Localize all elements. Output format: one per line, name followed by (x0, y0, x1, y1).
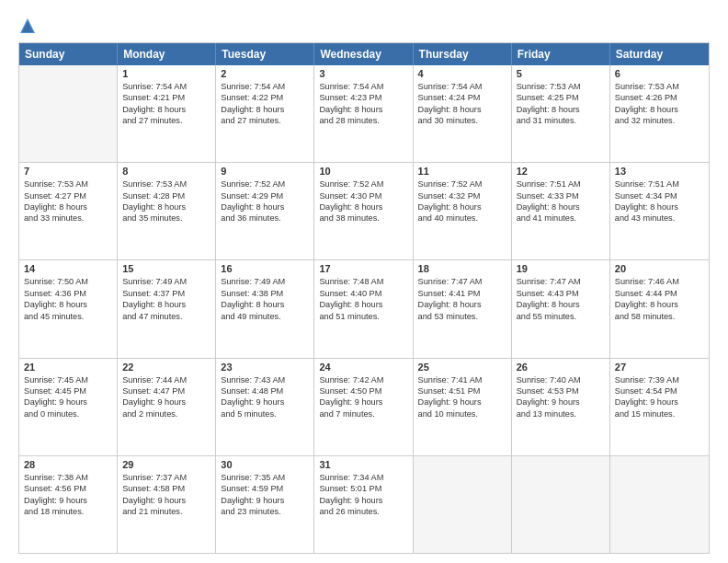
cal-cell: 27Sunrise: 7:39 AMSunset: 4:54 PMDayligh… (610, 359, 709, 455)
sunset-text: Sunset: 4:54 PM (615, 385, 704, 396)
cal-cell (19, 65, 118, 162)
day-number: 10 (319, 166, 407, 177)
daylight-text: Daylight: 8 hours (615, 201, 704, 213)
page-header (18, 17, 710, 35)
sunset-text: Sunset: 4:37 PM (122, 288, 210, 299)
day-number: 29 (122, 459, 210, 470)
cal-cell: 7Sunrise: 7:53 AMSunset: 4:27 PMDaylight… (19, 163, 118, 259)
daylight-text: Daylight: 8 hours (24, 299, 112, 310)
sunset-text: Sunset: 4:27 PM (24, 190, 112, 201)
sunset-text: Sunset: 4:36 PM (24, 288, 112, 299)
sunset-text: Sunset: 4:44 PM (615, 288, 704, 299)
cal-header-tuesday: Tuesday (216, 43, 314, 65)
cal-cell (610, 456, 709, 553)
sunset-text: Sunset: 5:01 PM (319, 483, 407, 494)
daylight-text: Daylight: 9 hours (122, 396, 210, 408)
daylight-text: Daylight: 8 hours (319, 299, 407, 310)
sunrise-text: Sunrise: 7:40 AM (517, 374, 605, 385)
cal-cell: 31Sunrise: 7:34 AMSunset: 5:01 PMDayligh… (314, 456, 413, 553)
day-number: 20 (615, 263, 704, 274)
daylight-text-2: and 5 minutes. (221, 408, 309, 419)
daylight-text: Daylight: 8 hours (615, 104, 704, 115)
daylight-text-2: and 21 minutes. (122, 506, 210, 517)
daylight-text: Daylight: 8 hours (418, 104, 506, 115)
daylight-text-2: and 38 minutes. (319, 213, 407, 224)
cal-cell: 23Sunrise: 7:43 AMSunset: 4:48 PMDayligh… (216, 359, 314, 455)
sunset-text: Sunset: 4:50 PM (319, 385, 407, 396)
cal-cell: 9Sunrise: 7:52 AMSunset: 4:29 PMDaylight… (216, 163, 314, 259)
daylight-text: Daylight: 8 hours (221, 201, 309, 213)
day-number: 12 (517, 166, 605, 177)
sunset-text: Sunset: 4:38 PM (221, 288, 309, 299)
sunrise-text: Sunrise: 7:51 AM (517, 178, 605, 190)
daylight-text: Daylight: 9 hours (418, 396, 506, 408)
sunset-text: Sunset: 4:30 PM (319, 190, 407, 201)
sunrise-text: Sunrise: 7:48 AM (319, 276, 407, 287)
daylight-text-2: and 35 minutes. (122, 213, 210, 224)
cal-cell: 29Sunrise: 7:37 AMSunset: 4:58 PMDayligh… (118, 456, 216, 553)
day-number: 13 (615, 166, 704, 177)
sunset-text: Sunset: 4:40 PM (319, 288, 407, 299)
daylight-text: Daylight: 9 hours (221, 495, 309, 506)
sunset-text: Sunset: 4:51 PM (418, 385, 506, 396)
daylight-text: Daylight: 8 hours (517, 299, 605, 310)
sunrise-text: Sunrise: 7:54 AM (319, 81, 407, 92)
sunrise-text: Sunrise: 7:54 AM (122, 81, 210, 92)
daylight-text: Daylight: 8 hours (517, 201, 605, 213)
sunrise-text: Sunrise: 7:35 AM (221, 472, 309, 483)
calendar-week-5: 28Sunrise: 7:38 AMSunset: 4:56 PMDayligh… (19, 455, 709, 553)
sunrise-text: Sunrise: 7:44 AM (122, 374, 210, 385)
sunset-text: Sunset: 4:25 PM (517, 92, 605, 103)
cal-cell: 13Sunrise: 7:51 AMSunset: 4:34 PMDayligh… (610, 163, 709, 259)
sunset-text: Sunset: 4:21 PM (122, 92, 210, 103)
cal-cell: 11Sunrise: 7:52 AMSunset: 4:32 PMDayligh… (414, 163, 512, 259)
cal-cell: 22Sunrise: 7:44 AMSunset: 4:47 PMDayligh… (118, 359, 216, 455)
day-number: 24 (319, 362, 407, 373)
sunrise-text: Sunrise: 7:53 AM (517, 81, 605, 92)
daylight-text-2: and 28 minutes. (319, 115, 407, 126)
sunrise-text: Sunrise: 7:53 AM (24, 178, 112, 190)
logo (18, 17, 39, 35)
daylight-text-2: and 55 minutes. (517, 311, 605, 322)
sunrise-text: Sunrise: 7:42 AM (319, 374, 407, 385)
sunset-text: Sunset: 4:47 PM (122, 385, 210, 396)
calendar-week-2: 7Sunrise: 7:53 AMSunset: 4:27 PMDaylight… (19, 162, 709, 259)
day-number: 31 (319, 459, 407, 470)
sunrise-text: Sunrise: 7:45 AM (24, 374, 112, 385)
cal-cell: 15Sunrise: 7:49 AMSunset: 4:37 PMDayligh… (118, 260, 216, 357)
cal-cell: 2Sunrise: 7:54 AMSunset: 4:22 PMDaylight… (216, 65, 314, 162)
daylight-text: Daylight: 8 hours (418, 201, 506, 213)
calendar-week-3: 14Sunrise: 7:50 AMSunset: 4:36 PMDayligh… (19, 259, 709, 357)
daylight-text-2: and 18 minutes. (24, 506, 112, 517)
cal-header-thursday: Thursday (414, 43, 512, 65)
sunrise-text: Sunrise: 7:52 AM (221, 178, 309, 190)
calendar-week-4: 21Sunrise: 7:45 AMSunset: 4:45 PMDayligh… (19, 358, 709, 455)
day-number: 2 (221, 68, 309, 79)
sunrise-text: Sunrise: 7:47 AM (418, 276, 506, 287)
daylight-text-2: and 30 minutes. (418, 115, 506, 126)
daylight-text-2: and 53 minutes. (418, 311, 506, 322)
daylight-text: Daylight: 8 hours (221, 104, 309, 115)
sunset-text: Sunset: 4:33 PM (517, 190, 605, 201)
day-number: 9 (221, 166, 309, 177)
day-number: 26 (517, 362, 605, 373)
day-number: 1 (122, 68, 210, 79)
daylight-text-2: and 23 minutes. (221, 506, 309, 517)
sunrise-text: Sunrise: 7:49 AM (122, 276, 210, 287)
day-number: 11 (418, 166, 506, 177)
daylight-text-2: and 33 minutes. (24, 213, 112, 224)
cal-cell (512, 456, 610, 553)
cal-cell: 30Sunrise: 7:35 AMSunset: 4:59 PMDayligh… (216, 456, 314, 553)
day-number: 22 (122, 362, 210, 373)
day-number: 5 (517, 68, 605, 79)
logo-icon (18, 17, 37, 35)
daylight-text: Daylight: 9 hours (24, 396, 112, 408)
daylight-text: Daylight: 8 hours (319, 104, 407, 115)
sunset-text: Sunset: 4:59 PM (221, 483, 309, 494)
daylight-text-2: and 10 minutes. (418, 408, 506, 419)
sunset-text: Sunset: 4:26 PM (615, 92, 704, 103)
cal-cell: 10Sunrise: 7:52 AMSunset: 4:30 PMDayligh… (314, 163, 413, 259)
calendar-week-1: 1Sunrise: 7:54 AMSunset: 4:21 PMDaylight… (19, 65, 709, 162)
cal-cell: 25Sunrise: 7:41 AMSunset: 4:51 PMDayligh… (414, 359, 512, 455)
sunrise-text: Sunrise: 7:51 AM (615, 178, 704, 190)
